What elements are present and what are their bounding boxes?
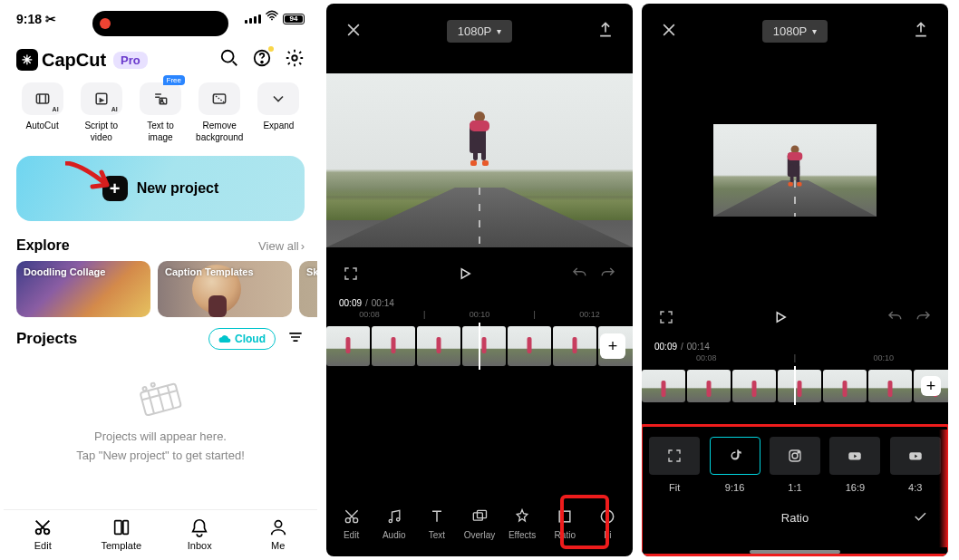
svg-point-21 <box>396 518 399 521</box>
annotation-arrow <box>63 161 123 201</box>
svg-rect-5 <box>36 94 48 103</box>
svg-point-0 <box>271 18 273 20</box>
timeline[interactable]: + <box>642 366 948 406</box>
add-clip-button[interactable]: + <box>600 333 625 359</box>
search-icon[interactable] <box>219 48 239 72</box>
explore-card[interactable]: Caption Templates <box>158 261 292 317</box>
fullscreen-icon[interactable] <box>658 309 674 329</box>
video-preview[interactable]: Use both fingers to resize your video <box>642 53 948 293</box>
time-indicator: 00:09/00:14 <box>326 294 633 310</box>
ratio-options: Fit 9:16 1:1 16:9 4:3 <box>642 433 948 498</box>
tool-text[interactable]: Text <box>415 507 458 540</box>
capcut-editor-screen: 1080P 00:09/00:14 00:08|00:10|00:12 + Ed… <box>326 4 633 556</box>
explore-card[interactable]: Skin Filter <box>299 261 317 317</box>
signal-icon <box>245 14 261 24</box>
youtube-icon <box>829 437 880 475</box>
time-indicator: 00:09/00:14 <box>642 338 948 353</box>
tool-autocut[interactable]: AI AutoCut <box>16 82 68 143</box>
home-indicator <box>750 550 840 554</box>
cloud-button[interactable]: Cloud <box>208 328 276 350</box>
tool-script-to-video[interactable]: AI Script to video <box>75 82 127 143</box>
view-all-button[interactable]: View all› <box>258 239 305 253</box>
play-icon[interactable] <box>457 266 473 285</box>
explore-row[interactable]: Doodling Collage Caption Templates Skin … <box>4 261 317 317</box>
ratio-16-9[interactable]: 16:9 <box>829 437 880 493</box>
playhead[interactable] <box>479 323 480 370</box>
playhead[interactable] <box>794 366 796 405</box>
dynamic-island <box>92 11 228 36</box>
nav-inbox[interactable]: Inbox <box>160 517 239 551</box>
new-project-button[interactable]: + New project <box>16 156 305 221</box>
app-logo: ✳ CapCut <box>16 49 106 71</box>
bottom-nav: Edit Template Inbox Me <box>4 509 317 556</box>
filter-icon[interactable] <box>286 328 305 350</box>
svg-rect-15 <box>114 521 121 535</box>
redo-icon[interactable] <box>600 266 616 285</box>
chevron-right-icon: › <box>301 239 305 253</box>
tool-remove-background[interactable]: Remove background <box>194 82 246 143</box>
ratio-9-16[interactable]: 9:16 <box>710 437 760 493</box>
wifi-icon <box>266 9 278 24</box>
svg-point-17 <box>275 521 281 527</box>
undo-icon[interactable] <box>886 309 903 329</box>
ratio-panel: Fit 9:16 1:1 16:9 4:3 Ratio <box>642 424 948 556</box>
nav-edit[interactable]: Edit <box>4 517 82 551</box>
tool-text-to-image[interactable]: Free Text to image <box>134 82 186 143</box>
capcut-home-screen: 9:18 ✂︎ 94 ✳ CapCut Pro AI Auto <box>4 4 317 556</box>
svg-rect-24 <box>559 511 570 522</box>
undo-icon[interactable] <box>571 266 587 285</box>
add-clip-button[interactable]: + <box>921 376 941 396</box>
export-icon[interactable] <box>912 21 930 43</box>
explore-header: Explore View all› <box>4 230 317 261</box>
resolution-select[interactable]: 1080P <box>762 20 828 43</box>
ratio-fit[interactable]: Fit <box>649 437 700 493</box>
tool-expand[interactable]: Expand <box>253 82 305 143</box>
tool-effects[interactable]: Effects <box>501 507 544 540</box>
export-icon[interactable] <box>596 21 615 43</box>
nav-template[interactable]: Template <box>82 517 161 551</box>
help-icon[interactable] <box>252 48 272 72</box>
ratio-1-1[interactable]: 1:1 <box>770 437 820 493</box>
status-time: 9:18 <box>16 12 42 26</box>
timeline[interactable]: + <box>326 323 633 370</box>
pro-badge[interactable]: Pro <box>113 52 148 69</box>
projects-placeholder: Projects will appear here. Tap "New proj… <box>4 381 317 462</box>
tool-audio[interactable]: Audio <box>373 507 415 540</box>
redo-icon[interactable] <box>915 309 932 329</box>
explore-title: Explore <box>16 237 70 254</box>
ratio-title-bar: Ratio <box>642 511 948 525</box>
explore-card[interactable]: Doodling Collage <box>16 261 150 317</box>
fullscreen-icon[interactable] <box>343 266 359 285</box>
runner-figure <box>470 111 489 166</box>
record-dot-icon <box>100 18 111 29</box>
playback-row <box>326 256 633 294</box>
svg-point-27 <box>792 453 798 459</box>
tool-edit[interactable]: Edit <box>330 507 373 540</box>
settings-icon[interactable] <box>285 48 305 72</box>
svg-point-11 <box>142 387 147 391</box>
tool-more[interactable]: Fi <box>586 507 629 540</box>
nav-me[interactable]: Me <box>239 517 318 551</box>
play-icon[interactable] <box>772 309 789 329</box>
resolution-select[interactable]: 1080P <box>447 20 513 43</box>
app-name: CapCut <box>42 50 106 71</box>
close-icon[interactable] <box>660 21 678 43</box>
svg-point-1 <box>222 51 234 63</box>
tiktok-icon <box>710 437 760 475</box>
svg-point-3 <box>261 62 263 63</box>
svg-point-12 <box>150 382 155 387</box>
editor-tools: Edit Audio Text Overlay Effects Ratio Fi <box>326 497 633 556</box>
svg-point-20 <box>389 519 392 522</box>
editor-top-bar: 1080P <box>326 4 633 53</box>
tool-ratio[interactable]: Ratio <box>544 507 586 540</box>
video-preview[interactable] <box>326 73 633 247</box>
svg-point-28 <box>798 452 799 454</box>
svg-point-4 <box>292 55 297 61</box>
app-header: ✳ CapCut Pro <box>4 37 317 75</box>
confirm-icon[interactable] <box>912 508 928 527</box>
ratio-4-3[interactable]: 4:3 <box>890 437 941 493</box>
svg-rect-16 <box>123 521 129 535</box>
editor-top-bar: 1080P <box>642 4 948 53</box>
close-icon[interactable] <box>344 21 363 43</box>
tool-overlay[interactable]: Overlay <box>458 507 500 540</box>
